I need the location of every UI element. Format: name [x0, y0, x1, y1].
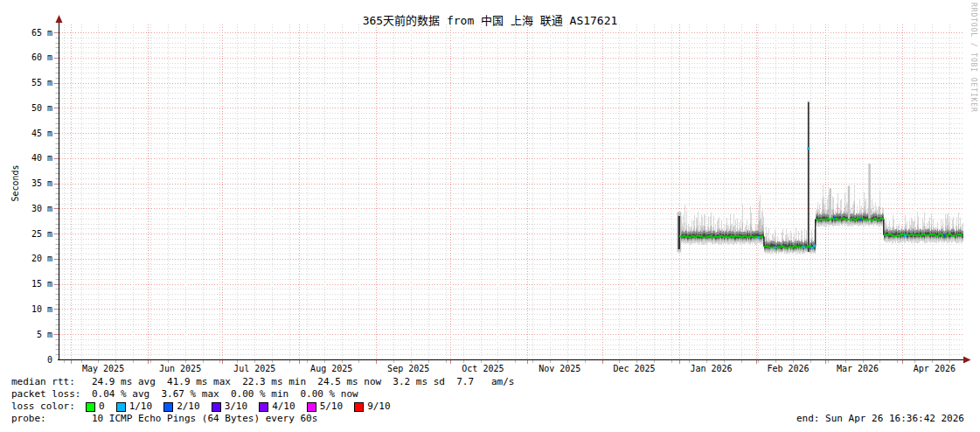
svg-text:Dec 2025: Dec 2025	[613, 364, 655, 373]
loss-color-item: 4/10	[259, 401, 295, 413]
svg-text:45 m: 45 m	[31, 129, 52, 138]
svg-text:Jan 2026: Jan 2026	[690, 364, 732, 373]
loss-color-item: 0	[86, 401, 105, 413]
svg-text:15 m: 15 m	[31, 279, 52, 289]
svg-text:May 2025: May 2025	[82, 364, 124, 373]
end-timestamp: end: Sun Apr 26 16:36:42 2026	[0, 413, 964, 425]
smokeping-graph: 365天前的数据 from 中国 上海 联通 AS17621 Seconds R…	[0, 0, 980, 432]
loss-color-value: 0	[99, 401, 105, 413]
svg-text:0: 0	[47, 355, 52, 365]
svg-text:Nov 2025: Nov 2025	[539, 364, 580, 373]
svg-text:Mar 2026: Mar 2026	[837, 364, 879, 373]
loss-color-swatch	[116, 402, 126, 412]
svg-text:65 m: 65 m	[31, 28, 52, 38]
loss-color-value: 1/10	[129, 401, 153, 413]
svg-text:35 m: 35 m	[31, 178, 52, 188]
packet-loss-row: packet loss: 0.04 % avg 3.67 % max 0.00 …	[11, 388, 514, 401]
loss-color-swatch	[307, 402, 316, 412]
svg-text:10 m: 10 m	[31, 304, 52, 314]
svg-text:Feb 2026: Feb 2026	[767, 364, 809, 373]
svg-text:Oct 2025: Oct 2025	[462, 364, 504, 373]
loss-color-row: loss color: 01/102/103/104/105/109/10	[11, 401, 514, 413]
loss-color-swatch	[259, 402, 268, 412]
svg-text:Aug 2025: Aug 2025	[310, 364, 352, 373]
loss-color-item: 9/10	[354, 401, 391, 413]
loss-color-swatch	[354, 402, 364, 412]
loss-color-value: 4/10	[272, 401, 295, 413]
svg-text:50 m: 50 m	[31, 103, 52, 113]
loss-color-swatch	[86, 402, 95, 412]
svg-text:5 m: 5 m	[37, 330, 52, 339]
loss-color-value: 9/10	[367, 401, 391, 413]
plot-area: May 2025Jun 2025Jul 2025Aug 2025Sep 2025…	[0, 0, 980, 376]
svg-text:20 m: 20 m	[31, 254, 52, 263]
median-rtt-label: median rtt:	[11, 376, 92, 388]
svg-text:25 m: 25 m	[31, 229, 52, 239]
loss-color-value: 2/10	[177, 401, 200, 413]
loss-color-item: 3/10	[212, 401, 248, 413]
loss-color-item: 5/10	[307, 401, 344, 413]
svg-text:30 m: 30 m	[31, 204, 52, 213]
median-rtt-values: 24.9 ms avg 41.9 ms max 22.3 ms min 24.5…	[92, 376, 514, 388]
svg-text:55 m: 55 m	[31, 78, 52, 87]
packet-loss-label: packet loss:	[11, 388, 92, 401]
svg-text:40 m: 40 m	[31, 153, 52, 163]
loss-color-item: 2/10	[163, 401, 200, 413]
median-rtt-row: median rtt: 24.9 ms avg 41.9 ms max 22.3…	[11, 376, 514, 388]
svg-text:Jul 2025: Jul 2025	[233, 364, 275, 373]
loss-color-swatch	[163, 402, 173, 412]
svg-text:Jun 2025: Jun 2025	[159, 364, 201, 373]
svg-text:60 m: 60 m	[31, 52, 52, 62]
loss-color-label: loss color:	[11, 401, 92, 413]
loss-color-item: 1/10	[116, 401, 153, 413]
svg-text:Sep 2025: Sep 2025	[387, 364, 429, 373]
loss-color-value: 5/10	[320, 401, 344, 413]
loss-color-value: 3/10	[225, 401, 248, 413]
packet-loss-values: 0.04 % avg 3.67 % max 0.00 % min 0.00 % …	[92, 388, 358, 401]
svg-text:Apr 2026: Apr 2026	[914, 364, 956, 373]
loss-color-swatches: 01/102/103/104/105/109/10	[86, 401, 402, 413]
loss-color-swatch	[212, 402, 221, 412]
